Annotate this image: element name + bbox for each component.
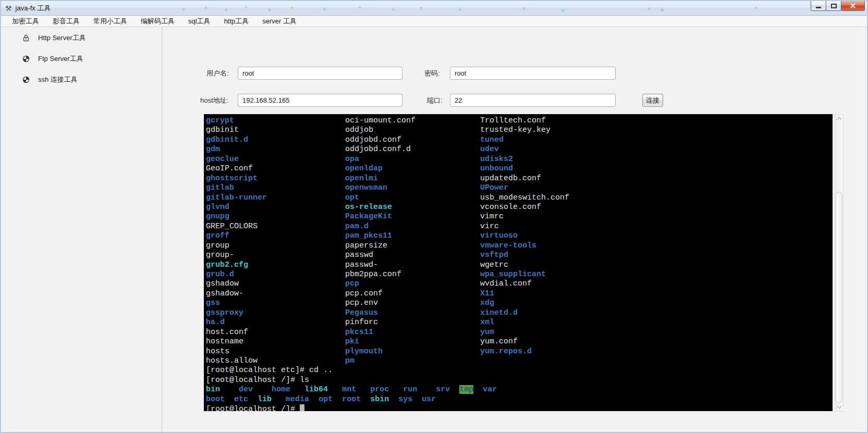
terminal-line: gsspcp.envxdg bbox=[206, 299, 833, 308]
terminal-line: host.confpkcs11yum bbox=[206, 328, 833, 337]
terminal-dir-row: bin dev home lib64 mnt proc run srv tmp … bbox=[206, 385, 833, 394]
terminal-prompt: [root@localhost /]# bbox=[206, 405, 300, 411]
terminal-line: GeoIP.confopenldapunbound bbox=[206, 164, 833, 174]
titlebar-glass-dots bbox=[1, 1, 867, 15]
lock-icon bbox=[22, 34, 30, 42]
terminal-line: hostsplymouthyum.repos.d bbox=[206, 347, 833, 356]
terminal-line: groffpam_pkcs11virtuoso bbox=[206, 231, 833, 241]
scroll-up-arrow[interactable] bbox=[835, 115, 843, 122]
window-title: java-fx 工具 bbox=[16, 4, 51, 13]
terminal-line: gitlabopenwsmanUPower bbox=[206, 183, 833, 193]
terminal-line: gshadow-pcp.confX11 bbox=[206, 289, 833, 299]
connect-button[interactable]: 连接 bbox=[642, 94, 663, 107]
terminal-cursor bbox=[300, 404, 304, 411]
terminal-scrollbar[interactable] bbox=[835, 114, 843, 412]
terminal-line: gnupgPackageKitvimrc bbox=[206, 212, 833, 221]
close-button[interactable] bbox=[841, 1, 865, 11]
password-label: 密码: bbox=[424, 67, 440, 80]
terminal-line: ha.dpinforcxml bbox=[206, 318, 833, 327]
menu-item-4[interactable]: sql工具 bbox=[181, 16, 217, 27]
host-label: host地址: bbox=[200, 94, 228, 107]
terminal-prompt-line: [root@localhost /]# bbox=[206, 404, 833, 411]
password-input[interactable] bbox=[450, 67, 616, 80]
menu-item-2[interactable]: 常用小工具 bbox=[87, 16, 134, 27]
terminal-line: hosts.allowpm bbox=[206, 356, 833, 366]
terminal-text: gcryptoci-umount.confTrolltech.confgdbin… bbox=[206, 116, 833, 411]
username-input[interactable] bbox=[238, 67, 402, 80]
sidebar-item-label: Http Server工具 bbox=[38, 33, 86, 43]
scroll-down-arrow[interactable] bbox=[835, 403, 843, 411]
terminal-command-line: [root@localhost /]# ls bbox=[206, 376, 833, 385]
sidebar-item-label: Ftp Server工具 bbox=[38, 54, 83, 64]
menu-item-0[interactable]: 加密工具 bbox=[5, 16, 46, 27]
minimize-button[interactable] bbox=[811, 1, 826, 11]
tools-icon: ⚒ bbox=[5, 5, 12, 12]
menu-item-3[interactable]: 编解码工具 bbox=[134, 16, 181, 27]
titlebar: ⚒ java-fx 工具 bbox=[1, 1, 867, 16]
close-icon bbox=[850, 3, 855, 8]
sidebar-item-1[interactable]: Ftp Server工具 bbox=[1, 50, 162, 68]
window-controls bbox=[811, 1, 865, 11]
terminal-line: grub2.cfgpasswd-wgetrc bbox=[206, 261, 833, 270]
menu-item-1[interactable]: 影音工具 bbox=[46, 16, 87, 27]
menu-bar: 加密工具影音工具常用小工具编解码工具sql工具http工具server 工具 bbox=[1, 16, 867, 27]
terminal-line: group-passwdvsftpd bbox=[206, 251, 833, 260]
menu-item-6[interactable]: server 工具 bbox=[255, 16, 303, 27]
terminal-line: gdbinit.doddjobd.conftuned bbox=[206, 135, 833, 145]
terminal-line: ghostscriptopenlmiupdatedb.conf bbox=[206, 174, 833, 183]
terminal-line: glvndos-releasevconsole.conf bbox=[206, 203, 833, 212]
app-window: ⚒ java-fx 工具 加密工具影音工具常用小工具编解码工具sql工具http… bbox=[0, 0, 868, 433]
chevron-up-icon bbox=[837, 117, 841, 121]
sidebar: Http Server工具Ftp Server工具ssh 连接工具 bbox=[1, 27, 162, 432]
host-input[interactable] bbox=[238, 94, 402, 107]
terminal-line: gdmoddjobd.conf.dudev bbox=[206, 145, 833, 154]
terminal-line: gssproxyPegasusxinetd.d bbox=[206, 308, 833, 318]
sync-icon bbox=[22, 76, 30, 84]
content-area: Http Server工具Ftp Server工具ssh 连接工具 用户名: 密… bbox=[1, 27, 867, 432]
username-label: 用户名: bbox=[206, 67, 229, 80]
sidebar-item-label: ssh 连接工具 bbox=[38, 75, 78, 84]
menu-item-5[interactable]: http工具 bbox=[217, 16, 256, 27]
main-panel: 用户名: 密码: host地址: 端口: 连接 gcryptoci-umount… bbox=[162, 27, 867, 432]
maximize-icon bbox=[831, 4, 837, 8]
terminal-line: gitlab-runneroptusb_modeswitch.conf bbox=[206, 193, 833, 203]
terminal-output[interactable]: gcryptoci-umount.confTrolltech.confgdbin… bbox=[204, 114, 833, 411]
terminal-line: geoclueopaudisks2 bbox=[206, 155, 833, 164]
terminal-line: gshadowpcpwvdial.conf bbox=[206, 279, 833, 289]
terminal-line: gcryptoci-umount.confTrolltech.conf bbox=[206, 116, 833, 126]
terminal-line: gdbinitoddjobtrusted-key.key bbox=[206, 126, 833, 135]
terminal-line: GREP_COLORSpam.dvirc bbox=[206, 222, 833, 231]
maximize-button[interactable] bbox=[826, 1, 841, 11]
port-input[interactable] bbox=[450, 94, 616, 107]
chevron-down-icon bbox=[837, 404, 841, 409]
terminal-command-line: [root@localhost etc]# cd .. bbox=[206, 366, 833, 375]
sidebar-item-0[interactable]: Http Server工具 bbox=[1, 29, 162, 47]
scrollbar-thumb[interactable] bbox=[836, 192, 842, 403]
minimize-icon bbox=[816, 7, 821, 8]
port-label: 端口: bbox=[427, 94, 443, 107]
sync-icon bbox=[22, 55, 30, 63]
terminal-line: grub.dpbm2ppa.confwpa_supplicant bbox=[206, 270, 833, 279]
terminal-line: grouppapersizevmware-tools bbox=[206, 241, 833, 251]
sidebar-item-2[interactable]: ssh 连接工具 bbox=[1, 70, 162, 89]
terminal-line: hostnamepkiyum.conf bbox=[206, 337, 833, 347]
terminal-dir-row: boot etc lib media opt root sbin sys usr bbox=[206, 395, 833, 404]
